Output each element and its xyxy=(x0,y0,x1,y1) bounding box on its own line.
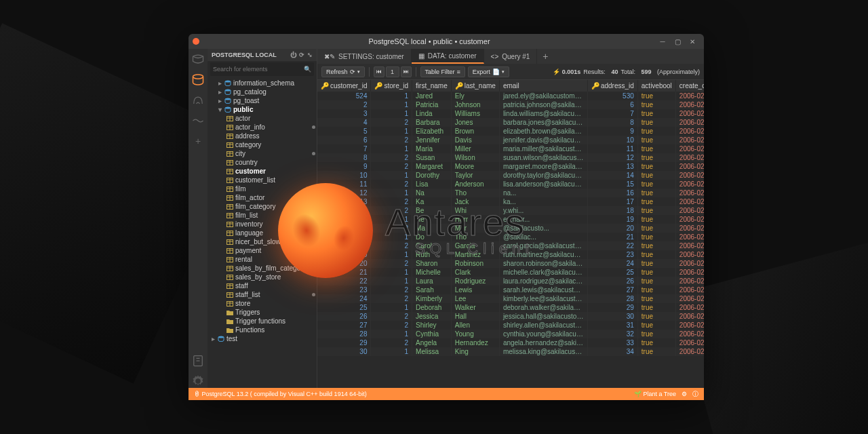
cell[interactable]: carol.garcia@sakilacustome... xyxy=(499,241,587,250)
table-row[interactable]: 71MariaMillermaria.miller@sakilacustome.… xyxy=(317,144,704,153)
cell[interactable]: 2006-02 xyxy=(675,215,704,224)
table-row[interactable]: 101DorothyTaylordorothy.taylor@sakilacus… xyxy=(317,171,704,180)
cell[interactable]: Angela xyxy=(412,338,452,347)
cell[interactable]: ka... xyxy=(499,197,587,206)
folder-Trigger functions[interactable]: Trigger functions xyxy=(208,317,317,326)
cell[interactable]: 2 xyxy=(371,197,412,206)
cell[interactable]: 30 xyxy=(317,347,371,356)
cell[interactable]: 26 xyxy=(587,277,637,285)
cell[interactable]: michelle.clark@sakilacusto... xyxy=(499,268,587,277)
cell[interactable]: Garcia xyxy=(451,241,499,250)
table-row[interactable]: 211MichelleClarkmichelle.clark@sakilacus… xyxy=(317,268,704,277)
table-staff_list[interactable]: staff_list xyxy=(208,290,317,299)
cell[interactable]: Deborah xyxy=(412,303,452,312)
table-row[interactable]: 112LisaAndersonlisa.anderson@sakilacusto… xyxy=(317,180,704,189)
cell[interactable]: cynthia.young@sakilacusto... xyxy=(499,330,587,338)
cell[interactable]: 2006-02 xyxy=(675,144,704,153)
cell[interactable]: Patricia xyxy=(412,100,452,109)
cell[interactable]: 24 xyxy=(317,294,371,303)
cell[interactable]: 1 xyxy=(371,215,412,224)
cell[interactable]: 2006-02 xyxy=(675,136,704,144)
cell[interactable]: He xyxy=(412,215,452,224)
cell[interactable]: sarah.lewis@sakilacustome... xyxy=(499,285,587,294)
cell[interactable]: 2006-02 xyxy=(675,171,704,180)
cell[interactable]: 27 xyxy=(587,285,637,294)
cell[interactable]: 2 xyxy=(371,118,412,127)
table-row[interactable]: 162MaMar@sakilacusto...20true2006-02 xyxy=(317,224,704,233)
cell[interactable]: Tho xyxy=(451,189,499,197)
cell[interactable]: laura.rodriguez@sakilacust... xyxy=(499,277,587,285)
cell[interactable]: 2006-02 xyxy=(675,224,704,233)
cell[interactable]: Rodriguez xyxy=(451,277,499,285)
cell[interactable]: true xyxy=(637,144,675,153)
cell[interactable]: 25 xyxy=(587,268,637,277)
cell[interactable]: 16 xyxy=(587,189,637,197)
add-connection-icon[interactable]: + xyxy=(191,134,205,148)
cell[interactable]: 26 xyxy=(317,312,371,321)
cell[interactable]: 2006-02 xyxy=(675,127,704,136)
table-row[interactable]: 202SharonRobinsonsharon.robinson@sakilac… xyxy=(317,259,704,268)
col-create_d[interactable]: create_d xyxy=(675,80,704,92)
cell[interactable]: Ely xyxy=(451,92,499,100)
table-row[interactable]: 142BeWhiy.whi...18true2006-02 xyxy=(317,206,704,215)
cell[interactable]: Jessica xyxy=(412,312,452,321)
cell[interactable]: Clark xyxy=(451,268,499,277)
table-category[interactable]: category xyxy=(208,140,317,149)
cell[interactable]: 8 xyxy=(587,118,637,127)
cell[interactable]: Kimberly xyxy=(412,294,452,303)
cell[interactable]: 9 xyxy=(587,127,637,136)
cell[interactable]: ruth.martinez@sakilacusto... xyxy=(499,250,587,259)
cell[interactable]: Whi xyxy=(451,206,499,215)
cell[interactable]: 2006-02 xyxy=(675,321,704,330)
cell[interactable]: true xyxy=(637,233,675,241)
cell[interactable]: 30 xyxy=(587,312,637,321)
cell[interactable]: 19 xyxy=(317,250,371,259)
cell[interactable]: Na xyxy=(412,189,452,197)
cell[interactable]: Taylor xyxy=(451,171,499,180)
table-film[interactable]: film xyxy=(208,184,317,193)
cell[interactable]: Moore xyxy=(451,162,499,171)
cell[interactable]: 2006-02 xyxy=(675,250,704,259)
page-input[interactable]: 1 xyxy=(386,66,399,77)
cell[interactable]: 25 xyxy=(317,303,371,312)
db-test[interactable]: ▸test xyxy=(208,334,317,343)
cell[interactable]: true xyxy=(637,330,675,338)
cell[interactable]: 34 xyxy=(587,347,637,356)
status-gear-icon[interactable]: ⚙ xyxy=(682,391,687,397)
table-row[interactable]: 262JessicaHalljessica.hall@sakilacustome… xyxy=(317,312,704,321)
table-address[interactable]: address xyxy=(208,132,317,140)
cell[interactable]: 28 xyxy=(317,330,371,338)
cell[interactable]: Jones xyxy=(451,118,499,127)
cell[interactable]: Hall xyxy=(451,312,499,321)
cell[interactable]: lisa.anderson@sakilacusto... xyxy=(499,180,587,189)
cell[interactable]: Elizabeth xyxy=(412,127,452,136)
table-row[interactable]: 221LauraRodriguezlaura.rodriguez@sakilac… xyxy=(317,277,704,285)
cell[interactable]: 2 xyxy=(371,180,412,189)
add-tab-button[interactable]: + xyxy=(537,49,553,64)
cell[interactable]: Dorothy xyxy=(412,171,452,180)
tab-data[interactable]: ▦DATA: customer xyxy=(412,49,484,64)
plant-tree-link[interactable]: 🌱 Plant a Tree xyxy=(634,391,676,397)
cell[interactable]: 2 xyxy=(371,153,412,162)
cell[interactable]: 2006-02 xyxy=(675,189,704,197)
schema-public[interactable]: ▾public xyxy=(208,105,317,114)
cell[interactable]: 2 xyxy=(371,241,412,250)
table-staff[interactable]: staff xyxy=(208,281,317,290)
rail-connection-2-icon[interactable] xyxy=(191,73,205,87)
table-row[interactable]: 292AngelaHernandezangela.hernandez@sakil… xyxy=(317,338,704,347)
table-row[interactable]: 5241JaredElyjared.ely@sakilacustomer.org… xyxy=(317,92,704,100)
cell[interactable]: true xyxy=(637,303,675,312)
cell[interactable]: 10 xyxy=(317,171,371,180)
cell[interactable]: 2006-02 xyxy=(675,241,704,250)
cell[interactable]: elizabeth.brown@sakilacust... xyxy=(499,127,587,136)
table-row[interactable]: 82SusanWilsonsusan.wilson@sakilacustom..… xyxy=(317,153,704,162)
col-last_name[interactable]: 🔑last_name xyxy=(451,80,499,92)
cell[interactable]: 2 xyxy=(371,294,412,303)
table-row[interactable]: 251DeborahWalkerdeborah.walker@sakilacus… xyxy=(317,303,704,312)
cell[interactable]: Mar xyxy=(451,224,499,233)
cell[interactable]: linda.williams@sakilacusto... xyxy=(499,109,587,118)
cell[interactable]: sharon.robinson@sakilacusto... xyxy=(499,259,587,268)
cell[interactable]: 4 xyxy=(317,118,371,127)
schema-pg_catalog[interactable]: ▸pg_catalog xyxy=(208,87,317,96)
cell[interactable]: 23 xyxy=(587,250,637,259)
